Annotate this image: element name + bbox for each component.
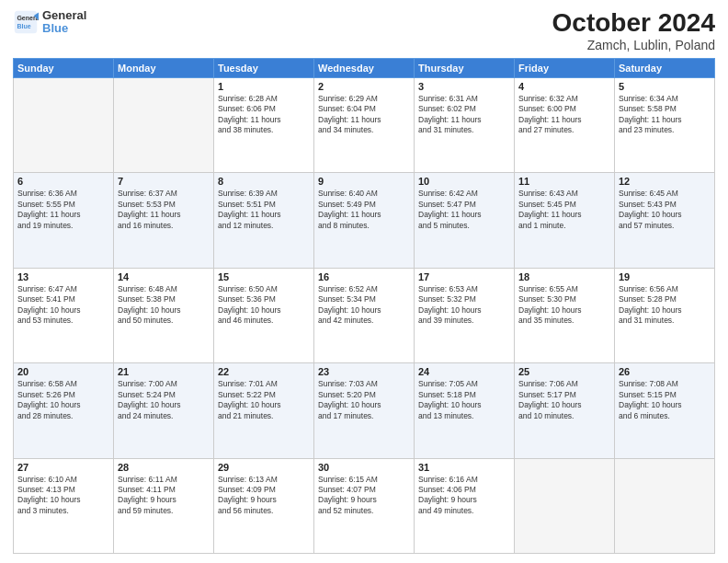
day-number: 28 xyxy=(118,462,210,473)
calendar-cell: 23Sunrise: 7:03 AM Sunset: 5:20 PM Dayli… xyxy=(314,363,415,458)
day-detail: Sunrise: 6:36 AM Sunset: 5:55 PM Dayligh… xyxy=(17,189,109,231)
day-detail: Sunrise: 6:50 AM Sunset: 5:36 PM Dayligh… xyxy=(218,284,310,327)
calendar-cell: 16Sunrise: 6:52 AM Sunset: 5:34 PM Dayli… xyxy=(314,268,415,362)
calendar-cell: 17Sunrise: 6:53 AM Sunset: 5:32 PM Dayli… xyxy=(415,268,515,362)
calendar-cell: 25Sunrise: 7:06 AM Sunset: 5:17 PM Dayli… xyxy=(515,363,615,458)
day-detail: Sunrise: 6:15 AM Sunset: 4:07 PM Dayligh… xyxy=(318,475,410,517)
day-detail: Sunrise: 6:55 AM Sunset: 5:30 PM Dayligh… xyxy=(518,284,610,327)
day-number: 11 xyxy=(518,176,610,187)
calendar-cell: 12Sunrise: 6:45 AM Sunset: 5:43 PM Dayli… xyxy=(615,173,715,268)
logo: General Blue General Blue xyxy=(13,9,86,36)
logo-text: General Blue xyxy=(42,9,86,36)
title-block: October 2024 Zamch, Lublin, Poland xyxy=(552,9,715,52)
day-number: 23 xyxy=(318,366,410,377)
day-number: 24 xyxy=(418,366,510,377)
page: General Blue General Blue October 2024 Z… xyxy=(0,0,728,563)
day-detail: Sunrise: 6:45 AM Sunset: 5:43 PM Dayligh… xyxy=(619,189,711,231)
weekday-header-row: SundayMondayTuesdayWednesdayThursdayFrid… xyxy=(14,58,715,77)
day-detail: Sunrise: 7:01 AM Sunset: 5:22 PM Dayligh… xyxy=(218,379,310,421)
day-number: 12 xyxy=(619,176,711,187)
day-detail: Sunrise: 7:06 AM Sunset: 5:17 PM Dayligh… xyxy=(518,379,610,421)
calendar-cell: 29Sunrise: 6:13 AM Sunset: 4:09 PM Dayli… xyxy=(214,458,314,553)
day-number: 7 xyxy=(118,176,210,187)
calendar-cell: 3Sunrise: 6:31 AM Sunset: 6:02 PM Daylig… xyxy=(415,77,515,172)
calendar-cell: 6Sunrise: 6:36 AM Sunset: 5:55 PM Daylig… xyxy=(14,173,114,268)
calendar-cell: 20Sunrise: 6:58 AM Sunset: 5:26 PM Dayli… xyxy=(14,363,114,458)
calendar-week-row: 20Sunrise: 6:58 AM Sunset: 5:26 PM Dayli… xyxy=(14,363,715,458)
calendar-cell: 21Sunrise: 7:00 AM Sunset: 5:24 PM Dayli… xyxy=(114,363,214,458)
day-detail: Sunrise: 6:13 AM Sunset: 4:09 PM Dayligh… xyxy=(218,475,310,517)
day-detail: Sunrise: 6:34 AM Sunset: 5:58 PM Dayligh… xyxy=(619,94,711,136)
day-number: 1 xyxy=(218,81,310,92)
day-number: 9 xyxy=(318,176,410,187)
day-number: 20 xyxy=(17,366,109,377)
calendar-week-row: 6Sunrise: 6:36 AM Sunset: 5:55 PM Daylig… xyxy=(14,173,715,268)
logo-line2: Blue xyxy=(42,22,86,35)
day-number: 21 xyxy=(118,366,210,377)
day-detail: Sunrise: 6:32 AM Sunset: 6:00 PM Dayligh… xyxy=(518,94,610,136)
day-detail: Sunrise: 6:53 AM Sunset: 5:32 PM Dayligh… xyxy=(418,284,510,327)
day-number: 29 xyxy=(218,462,310,473)
calendar-cell: 26Sunrise: 7:08 AM Sunset: 5:15 PM Dayli… xyxy=(615,363,715,458)
day-number: 27 xyxy=(17,462,109,473)
day-number: 19 xyxy=(619,271,711,282)
day-detail: Sunrise: 6:42 AM Sunset: 5:47 PM Dayligh… xyxy=(418,189,510,231)
day-detail: Sunrise: 6:52 AM Sunset: 5:34 PM Dayligh… xyxy=(318,284,410,327)
calendar-cell: 7Sunrise: 6:37 AM Sunset: 5:53 PM Daylig… xyxy=(114,173,214,268)
day-detail: Sunrise: 6:48 AM Sunset: 5:38 PM Dayligh… xyxy=(118,284,210,327)
page-subtitle: Zamch, Lublin, Poland xyxy=(552,38,715,52)
calendar-cell: 27Sunrise: 6:10 AM Sunset: 4:13 PM Dayli… xyxy=(14,458,114,553)
calendar-cell xyxy=(515,458,615,553)
weekday-header-thursday: Thursday xyxy=(415,58,515,77)
day-detail: Sunrise: 6:29 AM Sunset: 6:04 PM Dayligh… xyxy=(318,94,410,136)
day-detail: Sunrise: 6:11 AM Sunset: 4:11 PM Dayligh… xyxy=(118,475,210,517)
day-detail: Sunrise: 6:16 AM Sunset: 4:06 PM Dayligh… xyxy=(418,475,510,517)
day-number: 17 xyxy=(418,271,510,282)
calendar-cell xyxy=(14,77,114,172)
day-number: 2 xyxy=(318,81,410,92)
day-number: 10 xyxy=(418,176,510,187)
day-number: 31 xyxy=(418,462,510,473)
calendar-cell: 18Sunrise: 6:55 AM Sunset: 5:30 PM Dayli… xyxy=(515,268,615,362)
calendar-cell: 31Sunrise: 6:16 AM Sunset: 4:06 PM Dayli… xyxy=(415,458,515,553)
calendar-cell: 28Sunrise: 6:11 AM Sunset: 4:11 PM Dayli… xyxy=(114,458,214,553)
day-number: 6 xyxy=(17,176,109,187)
day-detail: Sunrise: 7:03 AM Sunset: 5:20 PM Dayligh… xyxy=(318,379,410,421)
day-detail: Sunrise: 7:08 AM Sunset: 5:15 PM Dayligh… xyxy=(619,379,711,421)
day-number: 26 xyxy=(619,366,711,377)
calendar-week-row: 1Sunrise: 6:28 AM Sunset: 6:06 PM Daylig… xyxy=(14,77,715,172)
day-number: 14 xyxy=(118,271,210,282)
day-number: 25 xyxy=(518,366,610,377)
calendar-cell: 8Sunrise: 6:39 AM Sunset: 5:51 PM Daylig… xyxy=(214,173,314,268)
calendar-cell: 22Sunrise: 7:01 AM Sunset: 5:22 PM Dayli… xyxy=(214,363,314,458)
day-detail: Sunrise: 6:10 AM Sunset: 4:13 PM Dayligh… xyxy=(17,475,109,517)
logo-line1: General xyxy=(42,9,86,22)
weekday-header-friday: Friday xyxy=(515,58,615,77)
day-number: 18 xyxy=(518,271,610,282)
calendar-cell: 19Sunrise: 6:56 AM Sunset: 5:28 PM Dayli… xyxy=(615,268,715,362)
day-number: 4 xyxy=(518,81,610,92)
page-title: October 2024 xyxy=(552,9,715,38)
day-detail: Sunrise: 6:39 AM Sunset: 5:51 PM Dayligh… xyxy=(218,189,310,231)
day-number: 15 xyxy=(218,271,310,282)
weekday-header-saturday: Saturday xyxy=(615,58,715,77)
day-detail: Sunrise: 6:47 AM Sunset: 5:41 PM Dayligh… xyxy=(17,284,109,327)
weekday-header-monday: Monday xyxy=(114,58,214,77)
day-detail: Sunrise: 6:37 AM Sunset: 5:53 PM Dayligh… xyxy=(118,189,210,231)
day-detail: Sunrise: 6:31 AM Sunset: 6:02 PM Dayligh… xyxy=(418,94,510,136)
logo-icon: General Blue xyxy=(13,9,39,35)
calendar-table: SundayMondayTuesdayWednesdayThursdayFrid… xyxy=(13,58,715,554)
day-detail: Sunrise: 6:43 AM Sunset: 5:45 PM Dayligh… xyxy=(518,189,610,231)
weekday-header-sunday: Sunday xyxy=(14,58,114,77)
day-detail: Sunrise: 6:56 AM Sunset: 5:28 PM Dayligh… xyxy=(619,284,711,327)
weekday-header-tuesday: Tuesday xyxy=(214,58,314,77)
day-detail: Sunrise: 7:05 AM Sunset: 5:18 PM Dayligh… xyxy=(418,379,510,421)
day-detail: Sunrise: 6:58 AM Sunset: 5:26 PM Dayligh… xyxy=(17,379,109,421)
svg-text:Blue: Blue xyxy=(17,23,30,29)
day-detail: Sunrise: 6:28 AM Sunset: 6:06 PM Dayligh… xyxy=(218,94,310,136)
calendar-cell: 5Sunrise: 6:34 AM Sunset: 5:58 PM Daylig… xyxy=(615,77,715,172)
day-number: 13 xyxy=(17,271,109,282)
calendar-week-row: 27Sunrise: 6:10 AM Sunset: 4:13 PM Dayli… xyxy=(14,458,715,553)
day-number: 22 xyxy=(218,366,310,377)
calendar-cell xyxy=(615,458,715,553)
